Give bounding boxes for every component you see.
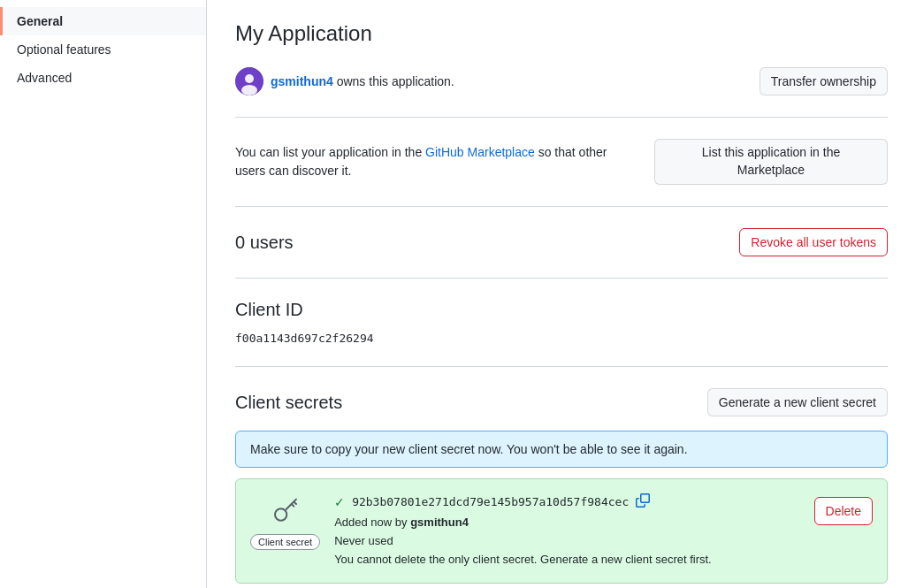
- checkmark-icon: ✓: [334, 495, 345, 509]
- copy-secret-alert-text: Make sure to copy your new client secret…: [250, 442, 688, 456]
- secret-meta: Added now by gsmithun4 Never used You ca…: [334, 514, 799, 569]
- owner-row: gsmithun4 owns this application.: [235, 67, 454, 95]
- owner-username: gsmithun4 owns this application.: [271, 74, 454, 88]
- users-title: 0 users: [235, 233, 294, 253]
- added-text: Added now by: [334, 515, 410, 529]
- transfer-ownership-button[interactable]: Transfer ownership: [760, 67, 888, 95]
- main-content: My Application gsmithun4 owns this appli…: [207, 0, 916, 588]
- client-id-section: Client ID f00a1143d697c2f26294: [235, 300, 888, 367]
- avatar: [235, 67, 263, 95]
- secret-actions: Delete: [814, 493, 873, 525]
- svg-point-3: [275, 508, 286, 520]
- generate-new-secret-button[interactable]: Generate a new client secret: [707, 388, 888, 416]
- marketplace-section: You can list your application in the Git…: [235, 139, 888, 207]
- sidebar-item-general[interactable]: General: [0, 7, 206, 35]
- secret-details: ✓ 92b3b07801e271dcd79e145b957a10d57f984c…: [334, 493, 799, 569]
- secret-hash-value: 92b3b07801e271dcd79e145b957a10d57f984cec: [352, 495, 629, 508]
- secret-card: Client secret ✓ 92b3b07801e271dcd79e145b…: [235, 478, 888, 584]
- client-secrets-header: Client secrets Generate a new client sec…: [235, 388, 888, 416]
- client-secret-badge: Client secret: [250, 534, 320, 550]
- sidebar-item-optional-features-label: Optional features: [17, 42, 111, 57]
- secret-username: gsmithun4: [410, 515, 469, 529]
- sidebar-item-general-label: General: [17, 14, 63, 28]
- sidebar: General Optional features Advanced: [0, 0, 207, 588]
- users-section: 0 users Revoke all user tokens: [235, 228, 888, 279]
- sidebar-item-optional-features[interactable]: Optional features: [0, 35, 206, 64]
- key-icon-wrap: Client secret: [250, 493, 320, 550]
- marketplace-text-before: You can list your application in the: [235, 145, 425, 159]
- svg-point-1: [245, 74, 254, 83]
- revoke-all-tokens-button[interactable]: Revoke all user tokens: [739, 228, 888, 256]
- svg-point-2: [241, 85, 257, 95]
- list-marketplace-button[interactable]: List this application in the Marketplace: [654, 139, 888, 185]
- client-secrets-section: Client secrets Generate a new client sec…: [235, 388, 888, 588]
- page-title: My Application: [235, 21, 888, 46]
- owner-link[interactable]: gsmithun4: [271, 74, 333, 88]
- sidebar-item-advanced[interactable]: Advanced: [0, 64, 206, 92]
- delete-secret-button[interactable]: Delete: [814, 497, 873, 525]
- github-marketplace-link[interactable]: GitHub Marketplace: [425, 145, 535, 159]
- client-secrets-title: Client secrets: [235, 393, 342, 413]
- marketplace-description: You can list your application in the Git…: [235, 143, 633, 180]
- secret-usage: Never used: [334, 534, 393, 547]
- copy-secret-alert: Make sure to copy your new client secret…: [235, 431, 888, 468]
- copy-secret-icon[interactable]: [636, 493, 650, 510]
- client-id-title: Client ID: [235, 300, 888, 320]
- key-icon: [268, 493, 303, 529]
- sidebar-item-advanced-label: Advanced: [17, 71, 72, 85]
- owner-suffix: owns this application.: [333, 74, 454, 88]
- ownership-section: gsmithun4 owns this application. Transfe…: [235, 67, 888, 118]
- client-id-value: f00a1143d697c2f26294: [235, 332, 374, 345]
- secret-hash-row: ✓ 92b3b07801e271dcd79e145b957a10d57f984c…: [334, 493, 799, 510]
- secret-warning: You cannot delete the only client secret…: [334, 553, 712, 566]
